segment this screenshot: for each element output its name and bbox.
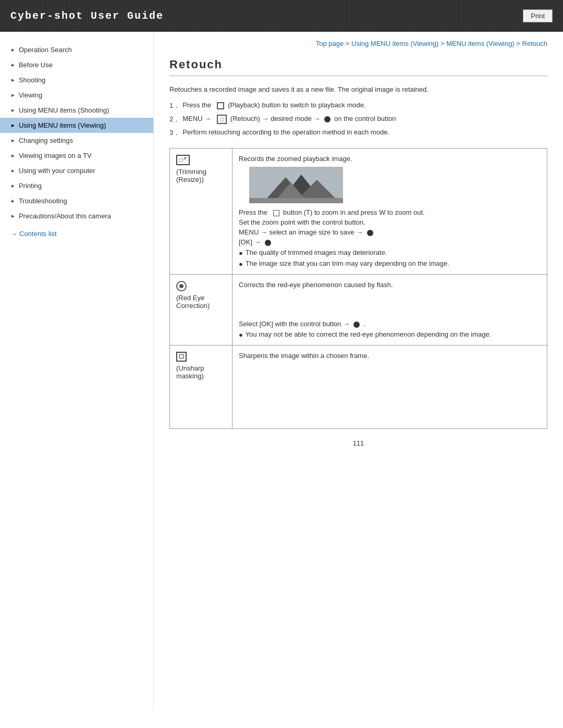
breadcrumb: Top page > Using MENU items (Viewing) > … bbox=[169, 40, 547, 47]
sidebar-item-operation-search[interactable]: ► Operation Search bbox=[0, 42, 153, 57]
contents-list-link[interactable]: → Contents list bbox=[0, 224, 153, 238]
step-content-3: Perform retouching according to the oper… bbox=[182, 128, 547, 136]
breadcrumb-top[interactable]: Top page bbox=[316, 40, 344, 47]
breadcrumb-menu-items-viewing[interactable]: MENU items (Viewing) bbox=[446, 40, 515, 47]
breadcrumb-sep2: > bbox=[440, 40, 446, 47]
circle-btn-ok bbox=[265, 240, 271, 246]
sidebar-item-troubleshooting[interactable]: ► Troubleshooting bbox=[0, 193, 153, 208]
retouch-icon: □ bbox=[217, 115, 227, 124]
red-eye-icon bbox=[176, 281, 226, 291]
trimming-symbol: □↗ bbox=[176, 155, 190, 165]
sidebar-item-menu-viewing[interactable]: ► Using MENU items (Viewing) bbox=[0, 118, 153, 133]
trimming-preview-image bbox=[249, 167, 343, 203]
print-button[interactable]: Print bbox=[523, 9, 553, 22]
unsharp-header: Sharpens the image within a chosen frame… bbox=[239, 352, 541, 360]
unsharp-content-cell: Sharpens the image within a chosen frame… bbox=[232, 346, 547, 429]
header: Cyber-shot User Guide Print bbox=[0, 0, 563, 32]
chevron-right-icon: ► bbox=[10, 62, 16, 68]
trimming-bullet-text-1: The quality of trimmed images may deteri… bbox=[246, 249, 387, 256]
sidebar-item-viewing[interactable]: ► Viewing bbox=[0, 88, 153, 103]
step-2: 2． MENU → □ (Retouch) → desired mode → o… bbox=[169, 115, 547, 124]
chevron-right-icon: ► bbox=[10, 213, 16, 219]
trimming-step-2: Set the zoom point with the control butt… bbox=[239, 218, 541, 226]
red-eye-symbol bbox=[176, 281, 187, 291]
trimming-icon-cell: □↗ (Trimming(Resize)) bbox=[170, 149, 232, 275]
page-layout: ► Operation Search ► Before Use ► Shooti… bbox=[0, 32, 563, 709]
sidebar-item-before-use[interactable]: ► Before Use bbox=[0, 57, 153, 72]
trimming-label: (Trimming(Resize)) bbox=[176, 168, 226, 183]
contents-list-anchor[interactable]: Contents list bbox=[19, 230, 57, 238]
sidebar: ► Operation Search ► Before Use ► Shooti… bbox=[0, 32, 154, 709]
page-number: 111 bbox=[169, 439, 547, 447]
trimming-content-cell: Records the zoomed playback image. bbox=[232, 149, 547, 275]
breadcrumb-current: Retouch bbox=[522, 40, 547, 47]
chevron-right-icon: ► bbox=[10, 198, 16, 204]
T-button-icon bbox=[273, 210, 279, 216]
chevron-right-icon: ► bbox=[10, 138, 16, 143]
trimming-bullet-2: ● The image size that you can trim may v… bbox=[239, 260, 541, 268]
main-content: Top page > Using MENU items (Viewing) > … bbox=[154, 32, 563, 709]
sidebar-item-changing-settings[interactable]: ► Changing settings bbox=[0, 133, 153, 148]
trimming-bullet-1: ● The quality of trimmed images may dete… bbox=[239, 249, 541, 257]
bullet-icon-2: ● bbox=[239, 260, 243, 268]
step-content-1: Press the (Playback) button to switch to… bbox=[182, 101, 547, 109]
bullet-icon-1: ● bbox=[239, 249, 243, 257]
svg-rect-6 bbox=[249, 198, 343, 203]
breadcrumb-using-menu-viewing[interactable]: Using MENU items (Viewing) bbox=[351, 40, 438, 47]
step-content-2: MENU → □ (Retouch) → desired mode → on t… bbox=[182, 115, 547, 124]
red-eye-content-cell: Corrects the red-eye phenomenon caused b… bbox=[232, 275, 547, 346]
chevron-right-icon: ► bbox=[10, 153, 16, 158]
sidebar-item-computer[interactable]: ► Using with your computer bbox=[0, 163, 153, 178]
breadcrumb-sep1: > bbox=[346, 40, 351, 47]
retouch-table: □↗ (Trimming(Resize)) Records the zoomed… bbox=[169, 148, 547, 429]
chevron-right-icon: ► bbox=[10, 92, 16, 98]
arrow-right-icon: → bbox=[10, 230, 17, 238]
trimming-step-1: Press the button (T) to zoom in and pres… bbox=[239, 208, 541, 216]
chevron-right-icon: ► bbox=[10, 168, 16, 174]
trimming-step-4: [OK] → bbox=[239, 238, 541, 246]
sidebar-item-printing[interactable]: ► Printing bbox=[0, 178, 153, 193]
trimming-header: Records the zoomed playback image. bbox=[239, 155, 541, 163]
steps-list: 1． Press the (Playback) button to switch… bbox=[169, 101, 547, 138]
unsharp-label: (Unsharpmasking) bbox=[176, 364, 226, 380]
chevron-right-icon: ► bbox=[10, 77, 16, 83]
table-row-unsharp: ☐ (Unsharpmasking) Sharpens the image wi… bbox=[170, 346, 547, 429]
step-number-1: 1． bbox=[169, 101, 180, 110]
circle-btn-red-eye bbox=[353, 322, 360, 328]
chevron-right-icon: ► bbox=[10, 47, 16, 53]
red-eye-icon-cell: (Red EyeCorrection) bbox=[170, 275, 232, 346]
trimming-step-3: MENU → select an image size to save → bbox=[239, 228, 541, 236]
site-title: Cyber-shot User Guide bbox=[10, 10, 164, 22]
page-description: Retouches a recorded image and saves it … bbox=[169, 85, 547, 93]
chevron-right-icon: ► bbox=[10, 183, 16, 189]
breadcrumb-sep3: > bbox=[516, 40, 522, 47]
circle-btn-trim bbox=[367, 230, 373, 236]
trimming-steps: Press the button (T) to zoom in and pres… bbox=[239, 208, 541, 268]
step-number-2: 2． bbox=[169, 115, 180, 124]
step-number-3: 3． bbox=[169, 128, 180, 138]
unsharp-icon: ☐ bbox=[176, 352, 187, 362]
step-3: 3． Perform retouching according to the o… bbox=[169, 128, 547, 138]
trimming-icon: □↗ bbox=[176, 155, 226, 165]
sidebar-item-precautions[interactable]: ► Precautions/About this camera bbox=[0, 208, 153, 224]
sidebar-item-shooting[interactable]: ► Shooting bbox=[0, 72, 153, 88]
playback-button-icon bbox=[217, 102, 224, 109]
page-title: Retouch bbox=[169, 58, 547, 76]
red-eye-label: (Red EyeCorrection) bbox=[176, 294, 226, 310]
bullet-icon-3: ● bbox=[239, 331, 243, 339]
red-eye-bullet-text: You may not be able to correct the red-e… bbox=[246, 330, 491, 338]
circle-button-icon bbox=[324, 116, 331, 122]
step-1: 1． Press the (Playback) button to switch… bbox=[169, 101, 547, 110]
trimming-bullet-text-2: The image size that you can trim may var… bbox=[246, 260, 449, 267]
chevron-right-icon: ► bbox=[10, 107, 16, 113]
chevron-right-icon: ► bbox=[10, 122, 16, 128]
sidebar-item-menu-shooting[interactable]: ► Using MENU items (Shooting) bbox=[0, 103, 153, 118]
table-row-trimming: □↗ (Trimming(Resize)) Records the zoomed… bbox=[170, 149, 547, 275]
unsharp-icon-cell: ☐ (Unsharpmasking) bbox=[170, 346, 232, 429]
red-eye-header: Corrects the red-eye phenomenon caused b… bbox=[239, 281, 541, 289]
red-eye-bullet-1: ● You may not be able to correct the red… bbox=[239, 330, 541, 339]
red-eye-step-1: Select [OK] with the control button → . bbox=[239, 320, 541, 328]
table-row-red-eye: (Red EyeCorrection) Corrects the red-eye… bbox=[170, 275, 547, 346]
sidebar-item-viewing-tv[interactable]: ► Viewing images on a TV bbox=[0, 148, 153, 163]
